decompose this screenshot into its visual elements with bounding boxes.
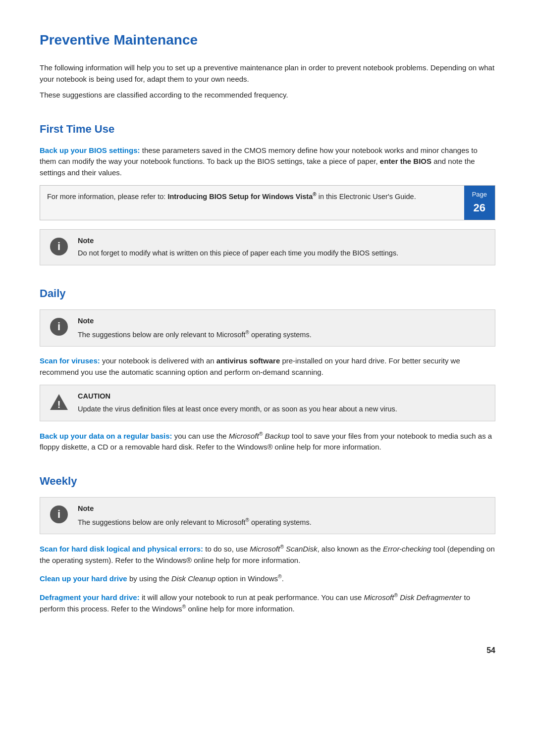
caution-content-daily: CAUTION Update the virus definition file…	[78, 391, 487, 415]
vista-super: ®	[313, 192, 316, 197]
note-svg-icon: i	[49, 237, 69, 256]
page-ref-number: 26	[474, 200, 485, 216]
note-box-weekly: i Note The suggestions below are only re…	[40, 497, 495, 534]
svg-text:!: !	[57, 399, 61, 410]
cleanup-text2: option in Windows®.	[215, 574, 284, 583]
note-content-weekly: Note The suggestions below are only rele…	[78, 504, 487, 528]
enter-bios-label: enter the BIOS	[380, 157, 431, 165]
note-svg-icon-daily: i	[49, 317, 69, 337]
backup-text1: you can use the	[172, 432, 229, 440]
caution-icon-daily: !	[48, 391, 70, 413]
note-icon-weekly: i	[48, 504, 70, 525]
page-title: Preventive Maintenance	[40, 30, 495, 50]
section-weekly-title: Weekly	[40, 473, 495, 489]
svg-text:i: i	[57, 240, 60, 252]
disk-cleanup-italic: Disk Cleanup	[171, 574, 215, 583]
defrag-para: Defragment your hard drive: it will allo…	[40, 592, 495, 615]
scan-hdd-text2: , also known as the	[317, 545, 383, 553]
backup-data-para: Back up your data on a regular basis: yo…	[40, 430, 495, 453]
note-text-weekly: The suggestions below are only relevant …	[78, 516, 487, 528]
note-title-daily: Note	[78, 316, 487, 327]
error-checking-italic: Error-checking	[383, 545, 431, 553]
info-box-page-ref: Page 26	[464, 186, 495, 220]
scan-bold-label: Scan for viruses:	[40, 356, 100, 365]
note-text-bios: Do not forget to modify what is written …	[78, 248, 487, 259]
info-post-text: in this Electronic User's Guide.	[317, 193, 416, 201]
cleanup-bold: Clean up your hard drive	[40, 574, 127, 583]
note-title-bios: Note	[78, 236, 487, 247]
note-icon-daily: i	[48, 316, 70, 338]
cleanup-para: Clean up your hard drive by using the Di…	[40, 573, 495, 585]
note-title-weekly: Note	[78, 504, 487, 514]
defrag-text1: it will allow your notebook to run at pe…	[140, 593, 364, 602]
backup-bold-label: Back up your data on a regular basis:	[40, 432, 172, 440]
caution-title-daily: CAUTION	[78, 391, 487, 402]
note-icon-bios: i	[48, 236, 70, 257]
note-content-bios: Note Do not forget to modify what is wri…	[78, 236, 487, 259]
intro-para2: These suggestions are classified accordi…	[40, 90, 495, 101]
note-text-daily: The suggestions below are only relevant …	[78, 329, 487, 341]
footer-page-number: 54	[40, 645, 495, 656]
backup-italic: Microsoft® Backup	[229, 432, 290, 440]
scan-viruses-para: Scan for viruses: your notebook is deliv…	[40, 355, 495, 378]
note-content-daily: Note The suggestions below are only rele…	[78, 316, 487, 340]
scan-text1: your notebook is delivered with an	[100, 356, 216, 365]
note-box-daily: i Note The suggestions below are only re…	[40, 309, 495, 347]
bios-backup-para: Back up your BIOS settings: these parame…	[40, 145, 495, 179]
info-bold-text: Introducing BIOS Setup for Windows Vista…	[167, 193, 316, 201]
bios-bold-label: Back up your BIOS settings:	[40, 146, 140, 154]
note-box-bios: i Note Do not forget to modify what is w…	[40, 229, 495, 266]
scan-hdd-text1: to do so, use	[203, 545, 250, 553]
page-label: Page	[472, 190, 487, 200]
info-box-content: For more information, please refer to: I…	[40, 186, 464, 220]
antivirus-bold: antivirus software	[216, 356, 280, 365]
section-first-time-use-title: First Time Use	[40, 121, 495, 137]
caution-text-daily: Update the virus definition files at lea…	[78, 404, 487, 415]
info-pre-text: For more information, please refer to:	[47, 193, 167, 201]
scan-hdd-para: Scan for hard disk logical and physical …	[40, 543, 495, 566]
cleanup-text1: by using the	[127, 574, 171, 583]
intro-para1: The following information will help you …	[40, 62, 495, 85]
note-svg-icon-weekly: i	[49, 504, 69, 524]
svg-text:i: i	[57, 320, 60, 333]
section-daily-title: Daily	[40, 285, 495, 302]
scan-hdd-bold: Scan for hard disk logical and physical …	[40, 545, 203, 553]
defrag-bold: Defragment your hard drive:	[40, 593, 140, 602]
defragmenter-italic: Microsoft® Disk Defragmenter	[364, 593, 462, 602]
caution-svg-icon: !	[49, 392, 69, 412]
svg-text:i: i	[57, 508, 60, 520]
info-box-bios: For more information, please refer to: I…	[40, 185, 495, 220]
caution-box-daily: ! CAUTION Update the virus definition fi…	[40, 385, 495, 421]
scandisk-italic: Microsoft® ScanDisk	[250, 545, 317, 553]
